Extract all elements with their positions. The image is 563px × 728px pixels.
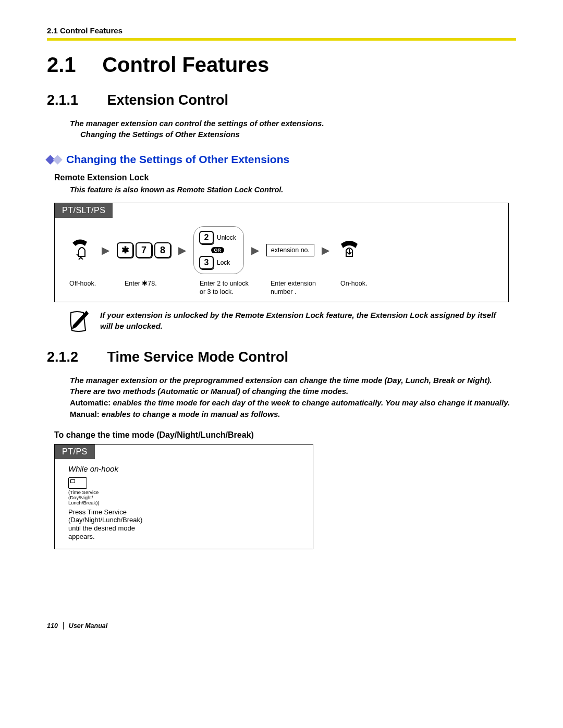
remote-ext-lock-heading: Remote Extension Lock [54, 173, 516, 182]
section-212-heading: 2.1.2 Time Service Mode Control [47, 349, 516, 365]
key-2: 2 [199, 231, 214, 244]
s212-p1: The manager extension or the preprogramm… [70, 375, 516, 386]
button-icon [68, 477, 87, 489]
section-211-number: 2.1.1 [47, 92, 103, 108]
header-rule [47, 38, 516, 41]
note-pencil-icon [68, 310, 90, 337]
section-212-number: 2.1.2 [47, 349, 103, 365]
header-breadcrumb: 2.1 Control Features [47, 26, 516, 35]
caption-unlock-lock: Enter 2 to unlockor 3 to lock. [200, 279, 263, 297]
while-on-hook: While on-hook [68, 464, 304, 473]
intro-line1: The manager extension can control the se… [70, 118, 516, 129]
key-star: ✱ [117, 242, 133, 258]
section-212-body: The manager extension or the preprogramm… [70, 375, 516, 420]
off-hook-step [69, 239, 94, 262]
procedure-tab-2: PT/PS [55, 445, 95, 459]
blue-subheading: Changing the Settings of Other Extension… [47, 153, 516, 166]
on-hook-icon [337, 239, 362, 262]
page-number: 110 [47, 622, 58, 630]
on-hook-step [337, 239, 362, 262]
button-label-l2: (Day/Night/ [68, 495, 304, 500]
section-211-intro: The manager extension can control the se… [70, 118, 516, 140]
footer-divider [63, 622, 64, 630]
arrow-icon: ▶ [178, 244, 186, 256]
dial-keys-step: ✱ 7 8 [117, 242, 171, 258]
s212-p4: Manual: enables to change a mode in manu… [70, 409, 516, 420]
arrow-icon: ▶ [251, 244, 259, 256]
extension-no-box: extension no. [266, 244, 314, 256]
key-7: 7 [136, 242, 152, 258]
or-badge: OR [211, 247, 225, 253]
time-service-button-graphic: (Time Service (Day/Night/ Lunch/Break)) [68, 477, 304, 506]
key-3: 3 [199, 256, 214, 269]
chapter-number: 2.1 [47, 53, 96, 77]
key-8: 8 [154, 242, 171, 258]
button-label-l3: Lunch/Break)) [68, 500, 304, 505]
caption-onhook: On-hook. [340, 279, 387, 297]
press-instruction: Press Time Service (Day/Night/Lunch/Brea… [68, 508, 304, 540]
intro-line2: Changing the Settings of Other Extension… [80, 129, 516, 140]
chapter-title: Control Features [102, 53, 269, 76]
lock-label: Lock [217, 259, 230, 266]
note-text: If your extension is unlocked by the Rem… [100, 310, 509, 331]
procedure-tab-1: PT/SLT/PS [55, 203, 113, 218]
section-211-title: Extension Control [107, 92, 229, 108]
section-212-title: Time Service Mode Control [107, 349, 289, 365]
change-time-mode-heading: To change the time mode (Day/Night/Lunch… [54, 430, 516, 440]
button-label-l1: (Time Service [68, 490, 304, 495]
blue-subheading-text: Changing the Settings of Other Extension… [66, 153, 289, 166]
procedure-box-2: PT/PS While on-hook (Time Service (Day/N… [54, 444, 313, 550]
arrow-icon: ▶ [322, 244, 329, 256]
section-211-heading: 2.1.1 Extension Control [47, 92, 516, 108]
unlock-label: Unlock [217, 234, 236, 241]
s212-p2: There are two methods (Automatic or Manu… [70, 386, 516, 397]
procedure-steps: ▶ ✱ 7 8 ▶ 2 Unlock OR [69, 226, 499, 274]
off-hook-icon [69, 239, 94, 262]
caption-enter78: Enter ✱78. [125, 279, 192, 297]
diamond-bullets-icon [47, 156, 61, 163]
extension-entry-step: extension no. [266, 244, 314, 256]
footer-label: User Manual [69, 622, 107, 630]
arrow-icon: ▶ [102, 244, 109, 256]
s212-p3: Automatic: enables the time mode for eac… [70, 397, 516, 409]
caption-offhook: Off-hook. [69, 279, 117, 297]
remote-ext-lock-note: This feature is also known as Remote Sta… [70, 184, 516, 195]
chapter-heading: 2.1 Control Features [47, 53, 516, 77]
step-captions: Off-hook. Enter ✱78. Enter 2 to unlockor… [69, 279, 499, 297]
procedure-box-1: PT/SLT/PS ▶ ✱ [54, 203, 509, 302]
caption-ext-number: Enter extensionnumber . [271, 279, 333, 297]
note-row: If your extension is unlocked by the Rem… [68, 310, 509, 337]
page-footer: 110 User Manual [47, 622, 516, 630]
lock-option-group: 2 Unlock OR 3 Lock [193, 226, 244, 274]
